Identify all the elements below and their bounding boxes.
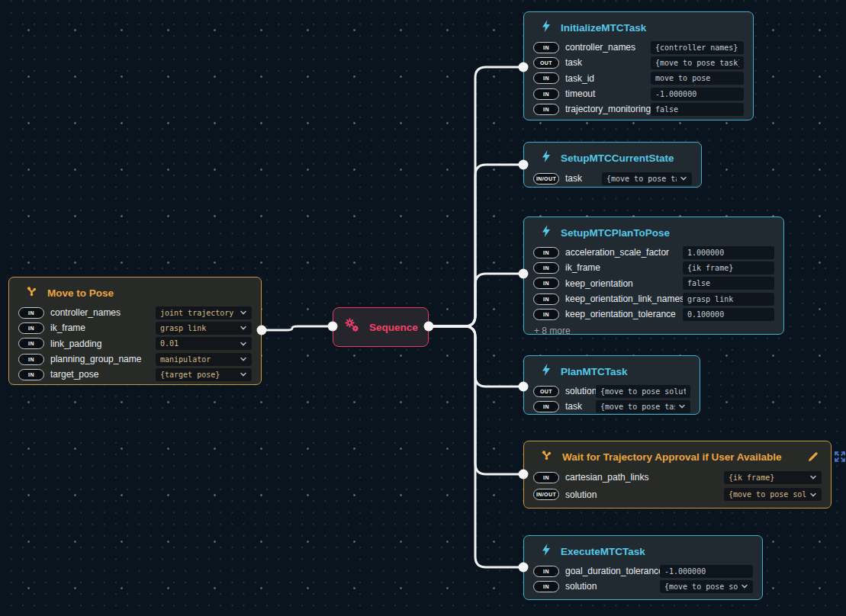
port-value-dropdown[interactable]: joint_trajectory_ bbox=[156, 306, 252, 319]
port-value-input[interactable]: 1.000000 bbox=[683, 246, 774, 259]
node-plan-mtc-task[interactable]: PlanMTCTask OUTsolution{move_to_pose_sol… bbox=[523, 355, 700, 415]
gears-icon bbox=[345, 318, 360, 336]
port-value-input[interactable]: {move_to_pose_solutio bbox=[596, 385, 690, 398]
port-value-text: {target_pose} bbox=[160, 371, 236, 379]
port-value-input[interactable]: 0.100000 bbox=[683, 308, 774, 321]
chevron-down-icon bbox=[809, 492, 817, 498]
port-value-text: {ik_frame} bbox=[729, 473, 806, 482]
port-direction-badge[interactable]: IN bbox=[533, 247, 559, 258]
port-value-text: move_to_pose bbox=[655, 74, 739, 82]
chevron-down-icon bbox=[741, 583, 748, 589]
port-row: INtask_idmove_to_pose bbox=[532, 71, 745, 86]
node-sequence[interactable]: Sequence bbox=[333, 307, 429, 347]
node-wait-for-trajectory-approval[interactable]: Wait for Trajectory Approval if User Ava… bbox=[523, 441, 832, 509]
port-row: OUTtask{move_to_pose_task} bbox=[532, 55, 745, 70]
node-setup-mtc-current-state[interactable]: SetupMTCCurrentState IN/OUTtask{move_to_… bbox=[523, 142, 702, 188]
port-value-dropdown[interactable]: 0.01 bbox=[156, 337, 252, 350]
node-title: InitializeMTCTask bbox=[561, 22, 646, 34]
port-direction-badge[interactable]: IN bbox=[533, 309, 559, 320]
port-label: goal_duration_tolerance bbox=[565, 566, 654, 576]
port-value-input[interactable]: grasp_link bbox=[683, 293, 774, 306]
node-title: SetupMTCCurrentState bbox=[561, 152, 674, 164]
port-direction-badge[interactable]: OUT bbox=[533, 57, 559, 69]
port-direction-badge[interactable]: IN bbox=[18, 307, 44, 319]
port-direction-badge[interactable]: IN bbox=[533, 401, 559, 412]
port-row: INtimeout-1.000000 bbox=[532, 86, 745, 101]
port-value-input[interactable]: move_to_pose bbox=[651, 72, 744, 85]
port-row: INlink_padding0.01 bbox=[17, 336, 253, 351]
port-value-dropdown[interactable]: grasp_link bbox=[156, 322, 252, 335]
port-row: INcartesian_path_links{ik_frame} bbox=[532, 469, 823, 486]
more-ports-label[interactable]: + 8 more bbox=[532, 322, 776, 336]
node-initialize-mtc-task[interactable]: InitializeMTCTask INcontroller_names{con… bbox=[523, 11, 754, 120]
port-direction-badge[interactable]: IN bbox=[18, 338, 44, 349]
port-value-input[interactable]: -1.000000 bbox=[651, 88, 744, 101]
subtree-icon bbox=[26, 286, 37, 300]
chevron-down-icon bbox=[680, 175, 687, 181]
port-direction-badge[interactable]: IN bbox=[533, 262, 559, 274]
port-value-input[interactable]: false bbox=[651, 103, 744, 116]
port-value-input[interactable]: {ik_frame} bbox=[683, 261, 774, 274]
port-label: timeout bbox=[565, 88, 645, 99]
port-label: solution bbox=[565, 386, 590, 396]
port-value-dropdown[interactable]: {move_to_pose_tas bbox=[602, 172, 692, 185]
port-label: task bbox=[565, 57, 645, 68]
port-label: task bbox=[565, 401, 590, 412]
node-move-to-pose[interactable]: Move to Pose INcontroller_namesjoint_tra… bbox=[8, 277, 262, 385]
port-label: target_pose bbox=[50, 369, 150, 380]
chevron-down-icon bbox=[240, 325, 247, 331]
port-label: ik_frame bbox=[565, 262, 677, 273]
expand-icon[interactable] bbox=[835, 451, 845, 462]
port-direction-badge[interactable]: IN/OUT bbox=[533, 173, 559, 184]
port-value-text: -1.000000 bbox=[655, 90, 739, 98]
port-row: INtrajectory_monitoringfalse bbox=[532, 101, 745, 117]
node-header: PlanMTCTask bbox=[532, 362, 692, 380]
port-direction-badge[interactable]: IN bbox=[533, 294, 559, 305]
port-direction-badge[interactable]: IN bbox=[533, 581, 559, 592]
port-value-dropdown[interactable]: {target_pose} bbox=[156, 368, 252, 381]
port-value-dropdown[interactable]: {move_to_pose_sol bbox=[724, 488, 822, 501]
node-title: Sequence bbox=[369, 322, 418, 333]
port-row: INcontroller_names{controller_names} bbox=[532, 40, 745, 55]
node-execute-mtc-task[interactable]: ExecuteMTCTask INgoal_duration_tolerance… bbox=[523, 535, 763, 600]
port-value-input[interactable]: {move_to_pose_task} bbox=[651, 56, 744, 69]
port-value-dropdown[interactable]: {move_to_pose_sol bbox=[660, 580, 753, 593]
port-row: INsolution{move_to_pose_sol bbox=[532, 579, 754, 594]
port-value-input[interactable]: -1.000000 bbox=[660, 565, 753, 578]
port-direction-badge[interactable]: IN bbox=[18, 369, 44, 380]
port-label: solution bbox=[565, 581, 654, 592]
port-row: INik_framegrasp_link bbox=[17, 320, 253, 335]
node-header: InitializeMTCTask bbox=[532, 18, 745, 37]
port-direction-badge[interactable]: IN bbox=[533, 278, 559, 289]
wire-sequence-execute bbox=[429, 326, 523, 567]
port-direction-badge[interactable]: OUT bbox=[533, 386, 559, 397]
port-label: keep_orientation_tolerance bbox=[565, 309, 677, 319]
port-value-input[interactable]: false bbox=[683, 277, 774, 290]
port-direction-badge[interactable]: IN bbox=[533, 104, 559, 115]
port-row: INplanning_group_namemanipulator bbox=[17, 351, 253, 367]
node-graph-canvas[interactable]: Move to Pose INcontroller_namesjoint_tra… bbox=[0, 0, 846, 616]
port-direction-badge[interactable]: IN bbox=[18, 354, 44, 365]
wire-sequence-plantopose bbox=[429, 274, 523, 326]
port-direction-badge[interactable]: IN/OUT bbox=[533, 489, 559, 500]
edit-pencil-icon[interactable] bbox=[808, 451, 819, 462]
port-direction-badge[interactable]: IN bbox=[533, 72, 559, 84]
port-value-text: manipulator bbox=[160, 355, 236, 364]
port-label: task bbox=[565, 173, 596, 184]
port-value-dropdown[interactable]: {ik_frame} bbox=[724, 471, 822, 484]
port-value-input[interactable]: {controller_names} bbox=[651, 41, 744, 54]
port-direction-badge[interactable]: IN bbox=[533, 88, 559, 100]
subtree-icon bbox=[541, 450, 552, 464]
port-value-text: {move_to_pose_solutio bbox=[600, 387, 686, 396]
port-value-dropdown[interactable]: {move_to_pose_tas bbox=[596, 400, 690, 413]
port-direction-badge[interactable]: IN bbox=[18, 322, 44, 334]
node-setup-mtc-plan-to-pose[interactable]: SetupMTCPlanToPose INacceleration_scale_… bbox=[523, 217, 784, 335]
chevron-down-icon bbox=[240, 371, 247, 377]
port-direction-badge[interactable]: IN bbox=[533, 472, 559, 483]
chevron-down-icon bbox=[678, 403, 686, 409]
port-value-dropdown[interactable]: manipulator bbox=[156, 353, 252, 366]
port-direction-badge[interactable]: IN bbox=[533, 42, 559, 53]
node-header: Move to Pose bbox=[17, 284, 253, 302]
port-direction-badge[interactable]: IN bbox=[533, 566, 559, 577]
port-value-text: {move_to_pose_sol bbox=[729, 490, 806, 499]
